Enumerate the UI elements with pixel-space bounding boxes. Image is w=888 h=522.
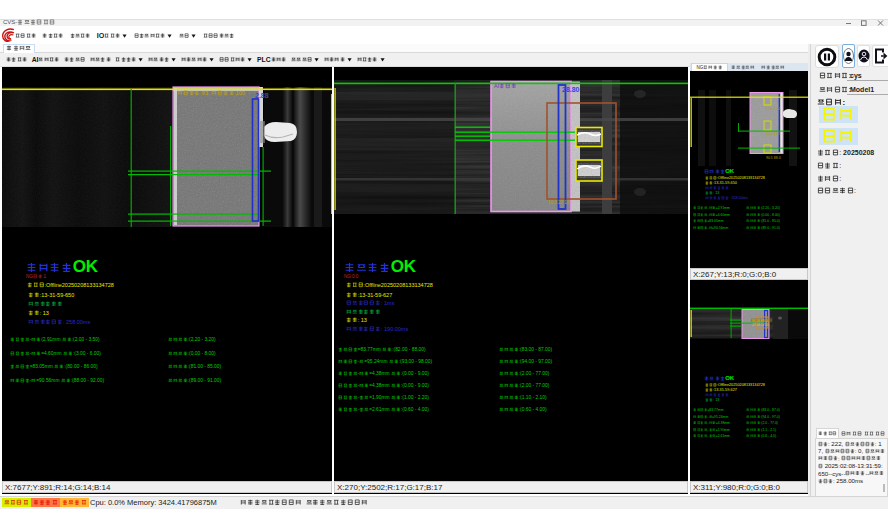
svg-text:28.80: 28.80 bbox=[562, 86, 580, 93]
svg-text:10.0 27.1: 10.0 27.1 bbox=[766, 107, 781, 111]
svg-text:2.88: 2.88 bbox=[255, 92, 269, 99]
svg-text:27.18 10.00: 27.18 10.00 bbox=[752, 323, 769, 327]
svg-text:90.56 88.00: 90.56 88.00 bbox=[752, 319, 769, 323]
svg-text:90.5 88.0: 90.5 88.0 bbox=[766, 156, 781, 160]
svg-text:10.0 27.18: 10.0 27.18 bbox=[548, 200, 570, 205]
svg-text:10.0 27.1: 10.0 27.1 bbox=[766, 132, 781, 136]
